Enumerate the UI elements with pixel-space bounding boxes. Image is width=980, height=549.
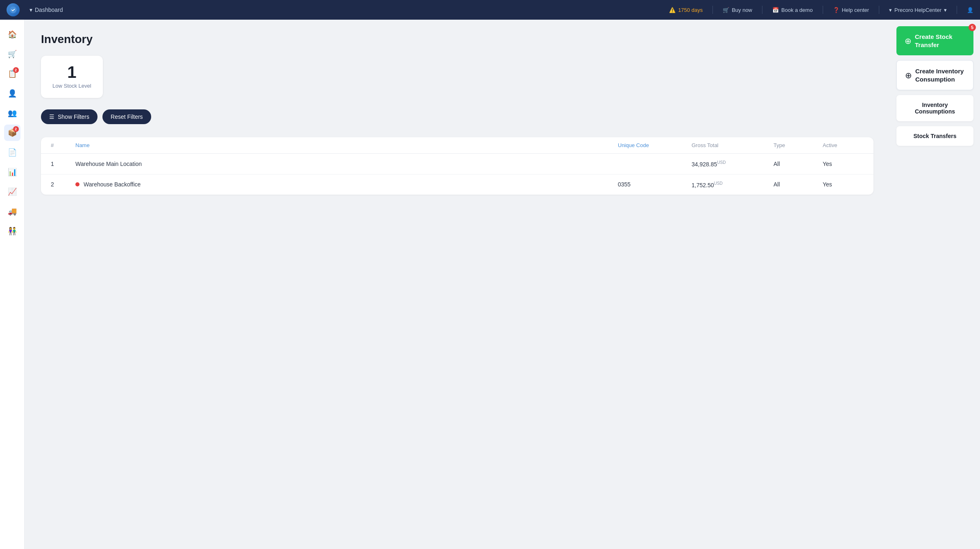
transfer-badge: 5 [969,24,976,31]
name-with-indicator: Warehouse Backoffice [75,181,618,188]
orders-icon: 🛒 [8,50,17,59]
table-row[interactable]: 2 Warehouse Backoffice 0355 1,752.50USD … [41,175,873,195]
low-stock-card[interactable]: 1 Low Stock Level [41,56,103,98]
col-type: Type [774,142,823,148]
table-header: # Name Unique Code Gross Total Type Acti… [41,137,873,154]
page-title: Inventory [41,33,873,46]
people-icon: 👥 [8,109,17,118]
low-stock-number: 1 [52,64,91,80]
help-icon: ❓ [833,7,839,13]
warning-days[interactable]: ⚠️ 1750 days [669,7,703,13]
low-stock-label: Low Stock Level [52,83,91,90]
cell-row-num: 1 [51,161,75,167]
stats-row: 1 Low Stock Level [41,56,873,98]
dashboard-label: Dashboard [35,7,63,13]
receipts-badge: 2 [13,67,19,73]
chevron-down-icon: ▾ [29,7,32,13]
show-filters-button[interactable]: ☰ Show Filters [41,109,98,124]
sidebar-item-inventory[interactable]: 📦 2 [4,125,20,141]
top-navigation: ▾ Dashboard ⚠️ 1750 days 🛒 Buy now 📅 Boo… [0,0,980,20]
dashboard-nav[interactable]: ▾ Dashboard [29,7,63,13]
chevron-down-icon: ▾ [944,7,947,13]
main-layout: 🏠 🛒 📋 2 👤 👥 📦 2 📄 📊 📈 🚚 [0,20,980,549]
org-switcher[interactable]: ▾ Precoro HelpCenter ▾ [889,7,947,13]
reports-icon: 📄 [8,148,17,157]
inventory-badge: 2 [13,126,19,132]
stock-transfers-link[interactable]: Stock Transfers [896,126,973,146]
chevron-down-icon: ▾ [889,7,892,13]
sidebar-item-analytics[interactable]: 📊 [4,164,20,180]
filter-icon: ☰ [49,113,54,120]
col-unique-code[interactable]: Unique Code [618,142,692,148]
col-active: Active [823,142,864,148]
cell-name: Warehouse Backoffice [75,181,618,188]
inventory-table: # Name Unique Code Gross Total Type Acti… [41,137,873,195]
sidebar-item-people[interactable]: 👥 [4,105,20,121]
right-panel: ⊕ Create Stock Transfer 5 ⊕ Create Inven… [890,20,980,549]
col-name[interactable]: Name [75,142,618,148]
svg-point-0 [10,7,17,14]
cell-unique-code: 0355 [618,181,692,188]
calendar-icon: 📅 [772,7,779,13]
sidebar-item-users[interactable]: 👤 [4,85,20,102]
reset-filters-button[interactable]: Reset Filters [102,109,151,124]
sidebar-item-receipts[interactable]: 📋 2 [4,66,20,82]
home-icon: 🏠 [8,30,17,39]
sidebar-item-delivery[interactable]: 🚚 [4,203,20,220]
sidebar: 🏠 🛒 📋 2 👤 👥 📦 2 📄 📊 📈 🚚 [0,20,25,549]
user-icon: 👤 [8,89,17,98]
cell-active: Yes [823,181,864,188]
cell-name: Warehouse Main Location [75,161,618,167]
sidebar-item-home[interactable]: 🏠 [4,26,20,43]
filters-row: ☰ Show Filters Reset Filters [41,109,873,124]
cell-gross-total: 1,752.50USD [692,181,774,188]
app-logo[interactable] [7,3,20,16]
cell-gross-total: 34,928.85USD [692,160,774,168]
create-inventory-consumption-button[interactable]: ⊕ Create Inventory Consumption [896,60,973,90]
cell-row-num: 2 [51,181,75,188]
col-gross-total: Gross Total [692,142,774,148]
cell-active: Yes [823,161,864,167]
help-center-link[interactable]: ❓ Help center [833,7,869,13]
user-menu[interactable]: 👤 [967,7,973,13]
main-content: Inventory 1 Low Stock Level ☰ Show Filte… [25,20,890,549]
buy-now-link[interactable]: 🛒 Buy now [723,7,752,13]
delivery-icon: 🚚 [8,207,17,216]
col-num: # [51,142,75,148]
plus-icon: ⊕ [905,37,912,45]
chart-icon: 📈 [8,187,17,196]
book-demo-link[interactable]: 📅 Book a demo [772,7,813,13]
cell-type: All [774,181,823,188]
analytics-icon: 📊 [8,168,17,177]
cart-icon: 🛒 [723,7,729,13]
cell-type: All [774,161,823,167]
sidebar-item-chart[interactable]: 📈 [4,184,20,200]
sidebar-item-reports[interactable]: 📄 [4,144,20,161]
team-icon: 👫 [8,227,17,236]
warning-icon: ⚠️ [669,7,676,13]
inventory-consumptions-link[interactable]: Inventory Consumptions [896,95,973,121]
user-icon: 👤 [967,7,973,13]
plus-icon: ⊕ [905,71,912,79]
sidebar-item-orders[interactable]: 🛒 [4,46,20,62]
table-row[interactable]: 1 Warehouse Main Location 34,928.85USD A… [41,154,873,175]
sidebar-item-team[interactable]: 👫 [4,223,20,239]
create-stock-transfer-button[interactable]: ⊕ Create Stock Transfer 5 [896,26,973,55]
low-stock-indicator [75,182,79,186]
